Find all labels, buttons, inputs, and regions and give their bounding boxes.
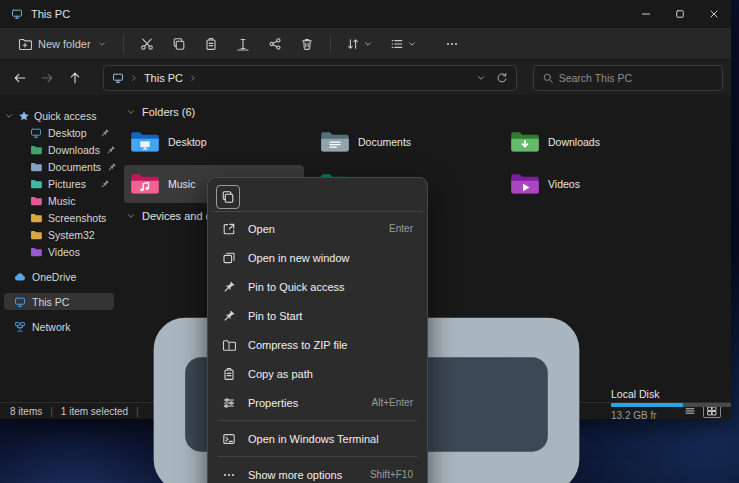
sidebar-label: Documents: [48, 161, 101, 173]
menu-item-compress-to-zip[interactable]: Compress to ZIP file: [212, 330, 423, 359]
forward-button[interactable]: [36, 66, 60, 90]
window-title: This PC: [31, 8, 70, 20]
see-more-button[interactable]: [437, 31, 467, 57]
close-button[interactable]: [697, 0, 731, 28]
menu-item-open-in-new-window[interactable]: Open in new window: [212, 243, 423, 272]
search-icon: [542, 72, 554, 84]
sidebar-label: OneDrive: [32, 271, 76, 283]
menu-item-open[interactable]: Open Enter: [212, 214, 423, 243]
minimize-button[interactable]: [629, 0, 663, 28]
sidebar-item-screenshots[interactable]: Screenshots: [0, 209, 118, 226]
pin-icon: [100, 179, 110, 189]
sidebar-item-this-pc[interactable]: This PC: [4, 293, 114, 310]
titlebar[interactable]: This PC: [0, 0, 731, 28]
more-options-icon: [222, 468, 236, 482]
sidebar-label: Pictures: [48, 178, 86, 190]
this-pc-icon: [112, 72, 124, 84]
network-icon: [14, 321, 26, 333]
maximize-button[interactable]: [663, 0, 697, 28]
new-folder-button[interactable]: New folder: [10, 31, 115, 57]
address-dropdown-icon[interactable]: [476, 73, 486, 83]
menu-item-show-more-options[interactable]: Show more options Shift+F10: [212, 460, 423, 483]
breadcrumb[interactable]: This PC: [144, 72, 183, 84]
back-button[interactable]: [8, 66, 32, 90]
sidebar-item-onedrive[interactable]: OneDrive: [0, 268, 118, 285]
sidebar-label: This PC: [32, 296, 69, 308]
menu-item-pin-to-start[interactable]: Pin to Start: [212, 301, 423, 330]
menu-item-open-in-windows-terminal[interactable]: Open in Windows Terminal: [212, 424, 423, 453]
drive-name: Local Disk: [611, 388, 731, 400]
context-menu: Open Enter Open in new window Pin to Qui…: [207, 177, 428, 483]
folder-tile-documents[interactable]: Documents: [314, 123, 494, 161]
sidebar-item-downloads[interactable]: Downloads: [0, 141, 118, 158]
menu-label: Properties: [248, 397, 298, 409]
sidebar-item-documents[interactable]: Documents: [0, 158, 118, 175]
share-icon: [268, 37, 282, 51]
new-folder-label: New folder: [38, 38, 91, 50]
window-controls: [629, 0, 731, 28]
sidebar-item-system32[interactable]: System32: [0, 226, 118, 243]
pin-icon: [100, 128, 110, 138]
sidebar-item-videos[interactable]: Videos: [0, 243, 118, 260]
menu-label: Open: [248, 223, 275, 235]
chevron-right-icon: [188, 73, 198, 83]
menu-shortcut: Shift+F10: [370, 469, 413, 480]
sort-icon: [346, 37, 360, 51]
documents-folder-icon: [320, 130, 350, 154]
view-button[interactable]: [383, 31, 425, 57]
desktop-folder-icon: [130, 130, 160, 154]
desktop-icon: [30, 127, 42, 139]
menu-shortcut: Alt+Enter: [372, 397, 413, 408]
paste-button[interactable]: [196, 31, 226, 57]
share-button[interactable]: [260, 31, 290, 57]
folders-section-header[interactable]: Folders (6): [118, 103, 731, 121]
chevron-down-icon: [126, 211, 136, 221]
chevron-down-icon: [126, 107, 136, 117]
delete-button[interactable]: [292, 31, 322, 57]
sidebar-section-quick-access[interactable]: Quick access: [0, 107, 118, 124]
context-menu-icon-bar: [212, 182, 423, 212]
pin-icon: [107, 162, 117, 172]
address-bar[interactable]: This PC: [103, 65, 517, 91]
menu-label: Pin to Quick access: [248, 281, 345, 293]
this-pc-icon: [14, 296, 26, 308]
menu-item-properties[interactable]: Properties Alt+Enter: [212, 388, 423, 417]
search-box[interactable]: [533, 65, 723, 91]
downloads-folder-icon: [30, 144, 42, 156]
rename-icon: [236, 37, 250, 51]
drive-capacity-bar: [611, 403, 731, 407]
sidebar-item-music[interactable]: Music: [0, 192, 118, 209]
sidebar-item-network[interactable]: Network: [0, 318, 118, 335]
up-button[interactable]: [63, 66, 87, 90]
sort-button[interactable]: [339, 31, 381, 57]
screenshots-folder-icon: [30, 212, 42, 224]
folder-tile-videos[interactable]: Videos: [504, 165, 684, 203]
pin-icon: [222, 280, 236, 294]
terminal-icon: [222, 432, 236, 446]
quick-access-star-icon: [18, 110, 30, 122]
copy-button[interactable]: [164, 31, 194, 57]
menu-item-pin-to-quick-access[interactable]: Pin to Quick access: [212, 272, 423, 301]
sidebar-item-desktop[interactable]: Desktop: [0, 124, 118, 141]
cut-button[interactable]: [132, 31, 162, 57]
search-input[interactable]: [559, 72, 714, 84]
rename-button[interactable]: [228, 31, 258, 57]
back-icon: [13, 71, 27, 85]
copy-icon: [221, 190, 235, 204]
clipboard-path-icon: [222, 367, 236, 381]
this-pc-window-icon: [11, 8, 23, 20]
drive-info: Local Disk 13.2 GB fr: [611, 388, 731, 421]
copy-button[interactable]: [216, 185, 240, 209]
items-count: 8 items: [10, 406, 42, 417]
folder-tile-desktop[interactable]: Desktop: [124, 123, 304, 161]
up-icon: [68, 71, 82, 85]
sidebar-item-pictures[interactable]: Pictures: [0, 175, 118, 192]
folder-tile-downloads[interactable]: Downloads: [504, 123, 684, 161]
onedrive-cloud-icon: [14, 271, 26, 283]
refresh-icon[interactable]: [496, 72, 508, 84]
menu-item-copy-as-path[interactable]: Copy as path: [212, 359, 423, 388]
zip-folder-icon: [222, 338, 236, 352]
sidebar-label: Desktop: [48, 127, 87, 139]
maximize-icon: [674, 8, 686, 20]
delete-icon: [300, 37, 314, 51]
